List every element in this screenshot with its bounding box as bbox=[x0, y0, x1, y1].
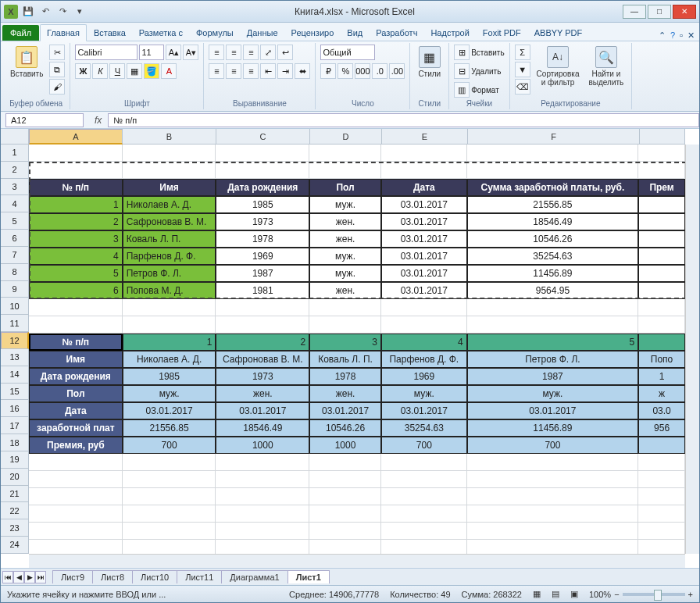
zoom-slider[interactable] bbox=[623, 593, 685, 596]
cell[interactable] bbox=[123, 316, 216, 334]
formula-input[interactable]: № п/п bbox=[108, 113, 699, 127]
cell[interactable] bbox=[638, 505, 685, 523]
cell[interactable] bbox=[29, 540, 123, 554]
cell[interactable] bbox=[638, 299, 685, 316]
increase-font-icon[interactable]: A▴ bbox=[166, 45, 181, 60]
cell[interactable] bbox=[638, 248, 685, 265]
cell[interactable] bbox=[638, 230, 685, 248]
cell[interactable]: 10546.26 bbox=[309, 419, 381, 437]
align-center-icon[interactable]: ≡ bbox=[226, 63, 241, 79]
cell[interactable]: 18546.49 bbox=[467, 213, 638, 230]
cell[interactable]: 700 bbox=[467, 437, 638, 454]
cell[interactable]: 1978 bbox=[216, 230, 309, 248]
cell[interactable] bbox=[123, 454, 216, 471]
fx-icon[interactable]: fx bbox=[95, 115, 102, 126]
cell[interactable]: Попо bbox=[638, 351, 685, 368]
cell[interactable]: 1 bbox=[638, 368, 685, 385]
column-header-C[interactable]: C bbox=[216, 129, 310, 145]
cell[interactable] bbox=[29, 488, 123, 505]
sheet-first-icon[interactable]: ⏮ bbox=[2, 571, 13, 583]
select-all-corner[interactable] bbox=[1, 129, 29, 145]
cell[interactable]: Коваль Л. П. bbox=[309, 351, 381, 368]
orientation-icon[interactable]: ⤢ bbox=[260, 45, 276, 60]
cell[interactable] bbox=[216, 145, 309, 162]
cell[interactable]: 35254.63 bbox=[467, 248, 638, 265]
sheet-tab[interactable]: Диаграмма1 bbox=[221, 570, 288, 583]
format-label[interactable]: Формат bbox=[471, 86, 499, 95]
cell[interactable]: № п/п bbox=[29, 179, 123, 196]
font-size-select[interactable]: 11 bbox=[139, 45, 164, 60]
cell[interactable] bbox=[123, 505, 216, 523]
window-close-icon[interactable]: ✕ bbox=[688, 30, 695, 41]
row-header-23[interactable]: 23 bbox=[1, 519, 29, 537]
cell[interactable] bbox=[309, 162, 381, 179]
cell[interactable] bbox=[638, 334, 685, 351]
sheet-tab[interactable]: Лист8 bbox=[92, 570, 133, 583]
row-header-6[interactable]: 6 bbox=[1, 230, 29, 247]
cell[interactable] bbox=[467, 162, 638, 179]
cell[interactable]: муж. bbox=[309, 196, 381, 213]
cell[interactable]: 1 bbox=[123, 334, 216, 351]
view-normal-icon[interactable]: ▦ bbox=[533, 589, 541, 599]
cell[interactable] bbox=[29, 145, 123, 162]
cell[interactable]: 1987 bbox=[216, 265, 309, 282]
tab-view[interactable]: Вид bbox=[341, 25, 369, 41]
cell[interactable] bbox=[309, 145, 381, 162]
cell[interactable] bbox=[381, 162, 467, 179]
align-bottom-icon[interactable]: ≡ bbox=[243, 45, 259, 60]
spreadsheet-grid[interactable]: ABCDEF 123456789101112131415161718192021… bbox=[1, 129, 699, 568]
cell[interactable]: 03.01.2017 bbox=[467, 402, 638, 419]
row-header-10[interactable]: 10 bbox=[1, 298, 29, 315]
cell[interactable] bbox=[216, 471, 309, 488]
cell[interactable]: 21556.85 bbox=[467, 196, 638, 213]
cell[interactable]: Петров Ф. Л. bbox=[467, 351, 638, 368]
cell[interactable] bbox=[638, 523, 685, 540]
cell[interactable]: Прем bbox=[638, 179, 685, 196]
increase-indent-icon[interactable]: ⇥ bbox=[277, 63, 293, 79]
row-header-13[interactable]: 13 bbox=[1, 349, 29, 366]
cell[interactable] bbox=[381, 471, 467, 488]
cell[interactable]: Дата bbox=[29, 402, 123, 419]
cell[interactable] bbox=[216, 162, 309, 179]
border-icon[interactable]: ▦ bbox=[127, 63, 142, 79]
column-header-B[interactable]: B bbox=[123, 129, 216, 145]
tab-review[interactable]: Рецензиро bbox=[285, 25, 341, 41]
cell[interactable] bbox=[123, 488, 216, 505]
cell[interactable]: 1969 bbox=[381, 368, 467, 385]
cell[interactable]: 4 bbox=[29, 248, 123, 265]
cells-area[interactable]: № п/пИмяДата рожденияПолДатаСумма зарабо… bbox=[29, 145, 685, 554]
format-cells-icon[interactable]: ▥ bbox=[454, 82, 470, 98]
cell[interactable]: 3 bbox=[29, 230, 123, 248]
styles-button[interactable]: ▦ Стили bbox=[415, 45, 444, 80]
cell[interactable]: Пол bbox=[309, 179, 381, 196]
cell[interactable] bbox=[638, 437, 685, 454]
cell[interactable]: 1985 bbox=[123, 368, 216, 385]
cell[interactable]: 6 bbox=[29, 282, 123, 299]
cell[interactable]: муж. bbox=[467, 385, 638, 402]
number-format-select[interactable]: Общий bbox=[320, 45, 375, 60]
delete-label[interactable]: Удалить bbox=[471, 67, 501, 76]
cell[interactable]: Сафроновав В. М. bbox=[216, 351, 309, 368]
cell[interactable]: 03.01.2017 bbox=[123, 402, 216, 419]
cell[interactable] bbox=[638, 454, 685, 471]
cut-icon[interactable]: ✂ bbox=[49, 45, 65, 60]
row-header-18[interactable]: 18 bbox=[1, 434, 29, 451]
cell[interactable] bbox=[309, 316, 381, 334]
window-restore-icon[interactable]: ▫ bbox=[680, 30, 683, 41]
row-header-1[interactable]: 1 bbox=[1, 145, 29, 162]
tab-data[interactable]: Данные bbox=[241, 25, 284, 41]
cell[interactable]: 2 bbox=[29, 213, 123, 230]
italic-button[interactable]: К bbox=[92, 63, 108, 79]
cell[interactable]: муж. bbox=[309, 265, 381, 282]
cell[interactable]: Попова М. Д. bbox=[123, 282, 216, 299]
row-header-21[interactable]: 21 bbox=[1, 486, 29, 503]
cell[interactable] bbox=[638, 540, 685, 554]
help-icon[interactable]: ? bbox=[670, 30, 675, 41]
cell[interactable]: Дата рождения bbox=[216, 179, 309, 196]
font-name-select[interactable]: Calibri bbox=[75, 45, 138, 60]
format-painter-icon[interactable]: 🖌 bbox=[49, 79, 65, 95]
column-header-F[interactable]: F bbox=[468, 129, 640, 145]
row-header-2[interactable]: 2 bbox=[1, 162, 29, 179]
cell[interactable]: 11456.89 bbox=[467, 265, 638, 282]
tab-developer[interactable]: Разработч bbox=[370, 25, 423, 41]
